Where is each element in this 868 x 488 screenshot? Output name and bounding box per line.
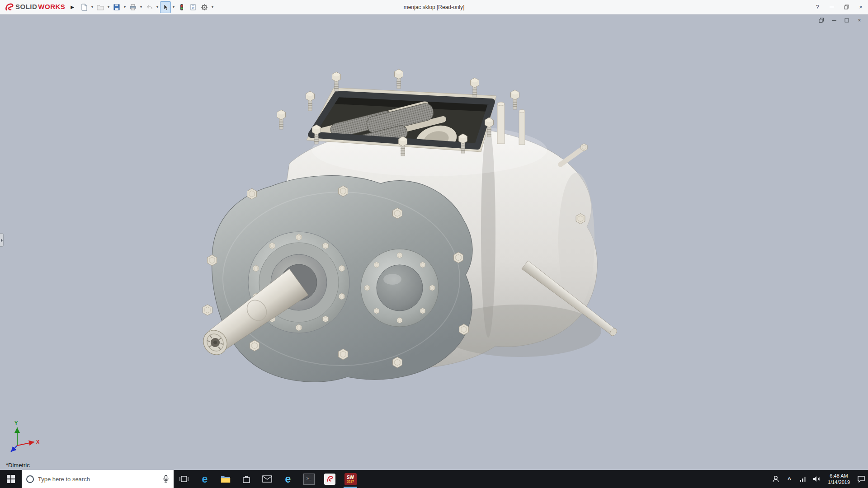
new-document-button[interactable] — [79, 1, 90, 13]
model-dome-boss — [361, 249, 439, 327]
solidworks-2017-icon: SW 2017 — [344, 473, 357, 485]
graphics-viewport[interactable]: × — [0, 14, 868, 470]
orientation-triad[interactable]: Y X — [6, 419, 42, 457]
document-window-controls: × — [816, 17, 864, 24]
rebuild-traffic-light-icon — [178, 4, 185, 11]
gearbox-model[interactable] — [0, 14, 868, 470]
dassault-3ds-logo-icon — [5, 3, 14, 12]
print-icon — [129, 4, 137, 11]
mail-button[interactable] — [257, 470, 278, 488]
store-button[interactable] — [236, 470, 257, 488]
save-icon — [113, 4, 120, 11]
open-button[interactable] — [95, 1, 106, 13]
doc-minimize-icon — [832, 20, 836, 21]
edge-beta-icon: e — [285, 474, 291, 484]
microphone-icon[interactable] — [163, 475, 169, 483]
logo-text-works: WORKS — [38, 3, 65, 10]
solidworks-launcher-button[interactable] — [319, 470, 340, 488]
volume-button[interactable] — [810, 470, 823, 488]
volume-muted-icon — [812, 475, 821, 483]
triad-y-label: Y — [14, 420, 18, 426]
chevron-up-icon: ^ — [788, 476, 791, 483]
clock-date: 1/14/2019 — [828, 479, 850, 485]
new-dropdown-arrow[interactable]: ▾ — [90, 5, 94, 9]
terminal-button[interactable]: >_ — [298, 470, 319, 488]
select-cursor-icon — [162, 4, 169, 11]
system-tray: ^ 6:48 AM 1/14/2019 — [769, 470, 868, 488]
people-button[interactable] — [769, 470, 783, 488]
options-gear-icon — [201, 4, 208, 11]
app-window-controls: ? × — [810, 0, 868, 14]
taskbar-clock[interactable]: 6:48 AM 1/14/2019 — [823, 470, 854, 488]
file-explorer-icon — [220, 474, 231, 483]
doc-restore-button[interactable] — [842, 17, 852, 24]
open-folder-icon — [97, 4, 104, 11]
task-view-icon — [179, 475, 189, 483]
doc-close-button[interactable]: × — [854, 17, 864, 24]
taskbar-search[interactable] — [22, 470, 174, 488]
document-title: menjac sklop [Read-only] — [404, 0, 465, 14]
open-dropdown-arrow[interactable]: ▾ — [106, 5, 111, 9]
windows-taskbar: e e >_ SW 2017 — [0, 470, 868, 488]
triad-x-axis — [17, 442, 34, 446]
minimize-button[interactable] — [825, 0, 839, 14]
titlebar: SOLID WORKS ▶ ▾ ▾ ▾ — [0, 0, 868, 14]
rebuild-button[interactable] — [176, 1, 187, 13]
solidworks-2017-button[interactable]: SW 2017 — [340, 470, 361, 488]
close-button[interactable]: × — [854, 0, 868, 14]
model-front-plate — [198, 176, 472, 382]
terminal-icon: >_ — [303, 474, 315, 485]
solidworks-logo: SOLID WORKS — [0, 3, 69, 12]
select-tool-button[interactable] — [160, 1, 171, 13]
options-button[interactable] — [199, 1, 210, 13]
windows-logo-icon — [7, 475, 15, 483]
doc-restore-icon — [844, 18, 849, 23]
help-button[interactable]: ? — [810, 0, 825, 14]
view-orientation-label: *Dimetric — [6, 462, 30, 469]
standard-toolbar: ▾ ▾ ▾ ▾ ▾ — [79, 1, 215, 13]
solidworks-app-icon — [324, 474, 335, 485]
task-view-button[interactable] — [174, 470, 194, 488]
clock-time: 6:48 AM — [830, 473, 848, 479]
save-dropdown-arrow[interactable]: ▾ — [123, 5, 127, 9]
notification-bubble-icon — [857, 475, 865, 483]
cascade-windows-icon — [819, 18, 824, 23]
network-button[interactable] — [796, 470, 810, 488]
triad-z-axis — [11, 446, 17, 452]
minimize-icon — [830, 7, 834, 7]
undo-dropdown-arrow[interactable]: ▾ — [155, 5, 160, 9]
people-icon — [772, 475, 780, 483]
doc-cascade-button[interactable] — [816, 17, 826, 24]
restore-icon — [844, 5, 849, 9]
triad-x-label: X — [36, 439, 40, 445]
start-button[interactable] — [0, 470, 22, 488]
mail-icon — [262, 475, 272, 483]
edge-button[interactable]: e — [194, 470, 215, 488]
select-dropdown-arrow[interactable]: ▾ — [171, 5, 176, 9]
cortana-icon — [26, 475, 34, 483]
menu-flyout-arrow-icon[interactable]: ▶ — [69, 5, 79, 9]
print-dropdown-arrow[interactable]: ▾ — [139, 5, 143, 9]
file-properties-button[interactable] — [188, 1, 198, 13]
save-button[interactable] — [111, 1, 122, 13]
undo-icon — [146, 4, 153, 11]
store-bag-icon — [242, 474, 251, 483]
network-status-icon — [799, 476, 807, 482]
hidden-icons-button[interactable]: ^ — [783, 470, 796, 488]
doc-minimize-button[interactable] — [829, 17, 839, 24]
print-button[interactable] — [127, 1, 138, 13]
options-dropdown-arrow[interactable]: ▾ — [210, 5, 215, 9]
edge-beta-button[interactable]: e — [278, 470, 298, 488]
logo-text-solid: SOLID — [15, 3, 37, 10]
undo-button[interactable] — [144, 1, 155, 13]
file-properties-icon — [189, 4, 197, 11]
search-input[interactable] — [38, 476, 159, 483]
file-explorer-button[interactable] — [215, 470, 236, 488]
action-center-button[interactable] — [854, 470, 868, 488]
edge-icon: e — [202, 474, 208, 484]
restore-button[interactable] — [839, 0, 854, 14]
new-document-icon — [80, 4, 88, 11]
